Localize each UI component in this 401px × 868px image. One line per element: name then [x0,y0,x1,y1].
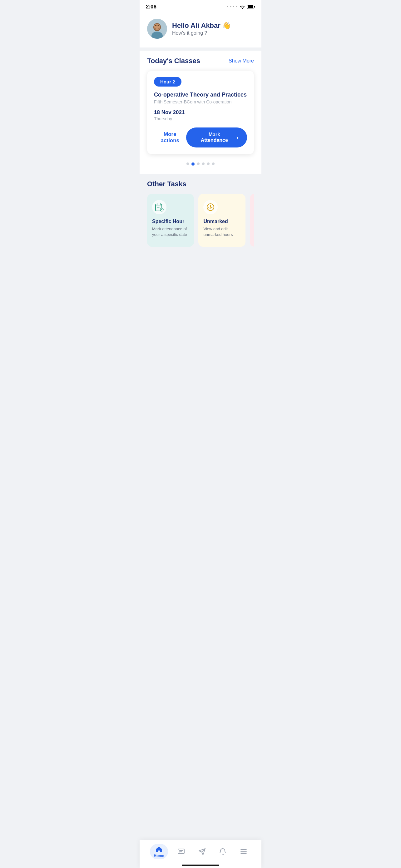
dot-3[interactable] [197,162,200,165]
mark-attendance-label: Mark Attendance [195,132,234,143]
mark-attendance-button[interactable]: Mark Attendance › [186,127,247,148]
specific-hour-icon [152,200,166,214]
status-icons: • • • • [227,5,255,9]
show-more-button[interactable]: Show More [229,58,254,64]
class-date: 18 Nov 2021 [154,110,247,116]
wifi-icon [239,5,245,9]
greeting-text: Hello Ali Akbar 👋 How's it going ? [172,22,231,36]
dot-1[interactable] [187,162,189,165]
arrow-icon: › [236,134,238,141]
dot-2[interactable] [192,162,195,165]
status-time: 2:06 [146,4,157,10]
unmarked-icon [203,200,218,214]
greeting-sub: How's it going ? [172,30,231,36]
tasks-section: Other Tasks Specific Hour Mark attendanc… [140,174,261,253]
dot-5[interactable] [207,162,209,165]
status-bar: 2:06 • • • • [140,0,261,12]
greeting-name: Hello Ali Akbar 👋 [172,22,231,30]
specific-hour-desc: Mark attendance of your a specific date [152,226,189,238]
greeting-section: Hello Ali Akbar 👋 How's it going ? [140,12,261,48]
task-card-specific-hour[interactable]: Specific Hour Mark attendance of your a … [147,194,194,247]
class-card: Hour 2 Co-operative Theory and Practices… [147,71,254,154]
card-actions: More actions Mark Attendance › [154,127,247,148]
svg-rect-1 [248,5,253,8]
more-actions-button[interactable]: More actions [154,131,186,144]
dot-4[interactable] [202,162,205,165]
unmarked-name: Unmarked [203,219,240,224]
class-day: Thursday [154,116,247,121]
signal-icon: • • • • [227,5,238,9]
unmarked-desc: View and edit unmarked hours [203,226,240,238]
class-name: Co-operative Theory and Practices [154,92,247,98]
task-card-unmarked[interactable]: Unmarked View and edit unmarked hours [198,194,245,247]
avatar [147,19,167,39]
carousel-dots [147,159,254,167]
tasks-title: Other Tasks [147,180,254,188]
dot-6[interactable] [212,162,214,165]
tasks-grid: Specific Hour Mark attendance of your a … [147,194,254,247]
task-card-adjust[interactable]: Adju Mark your a [250,194,254,247]
hour-badge: Hour 2 [154,77,181,87]
class-sub: Fifth Semester-BCom with Co-operation [154,99,247,104]
classes-section: Today's Classes Show More Hour 2 Co-oper… [140,51,261,174]
specific-hour-name: Specific Hour [152,219,189,224]
battery-icon [247,5,255,9]
classes-title: Today's Classes [147,57,200,65]
section-header: Today's Classes Show More [147,57,254,65]
